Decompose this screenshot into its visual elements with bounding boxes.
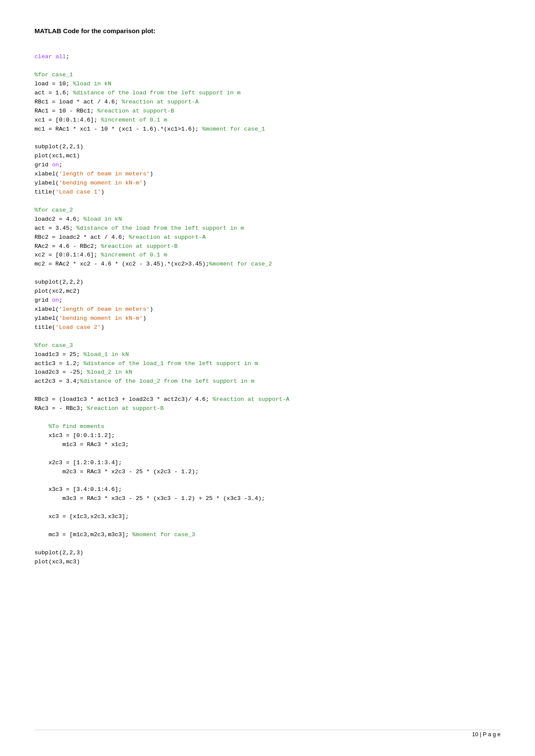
section-title: MATLAB Code for the comparison plot: [34, 26, 501, 36]
page-divider [34, 730, 501, 730]
page: MATLAB Code for the comparison plot: cle… [0, 0, 535, 756]
code-block: clear all; %for case_1 load = 10; %load … [34, 44, 501, 566]
page-number: 10 | P a g e [472, 730, 501, 739]
